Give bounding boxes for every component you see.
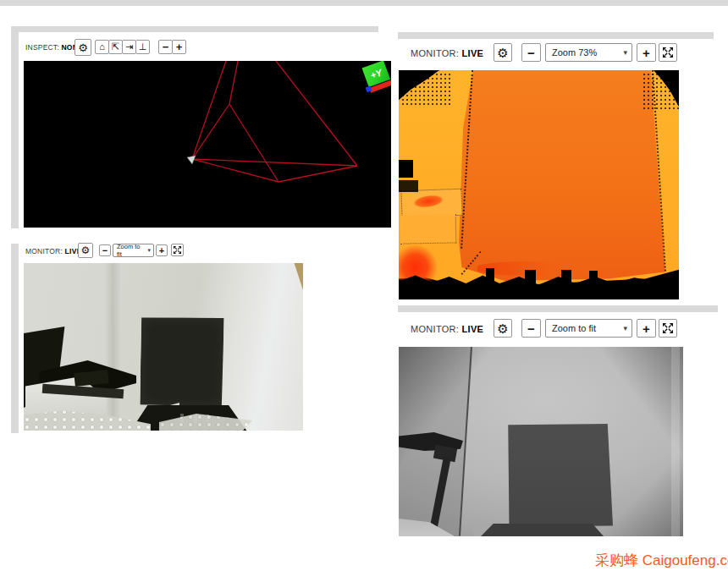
black-target-board [140, 316, 223, 406]
home-view-button[interactable]: ⌂ [95, 40, 109, 54]
fullscreen-button[interactable] [171, 244, 184, 256]
plus-icon: + [176, 41, 183, 52]
fullscreen-icon [174, 246, 181, 254]
inspect-label-prefix: INSPECT: [25, 43, 59, 52]
chevron-down-icon: ▾ [623, 324, 627, 332]
depth-corner-speckle [643, 73, 679, 109]
viewport-3d[interactable]: +Y [24, 61, 391, 228]
depth-floor-bump [589, 271, 598, 283]
zoom-select-value: Zoom 73% [552, 47, 597, 58]
zoom-select-value: Zoom to fit [117, 243, 144, 258]
black-target-board [507, 424, 613, 528]
arrow-to-bar-icon: ⇥ [125, 42, 133, 52]
gear-icon: ⚙ [81, 245, 91, 255]
color-monitor-panel: MONITOR: LIVE ⚙ − Zoom to fit ▾ + [19, 239, 394, 436]
depth-hole [399, 180, 418, 192]
wall-crease [105, 263, 122, 431]
monitor-label: MONITOR: LIVE [25, 247, 82, 255]
depth-hole [399, 160, 413, 178]
inspect-panel-top-border [11, 26, 378, 32]
gear-icon: ⚙ [497, 322, 508, 335]
minus-icon: − [527, 47, 535, 59]
minus-icon: − [163, 41, 169, 52]
zoom-out-button[interactable]: − [521, 319, 541, 338]
zoom-select[interactable]: Zoom to fit ▾ [113, 244, 154, 257]
zoom-select[interactable]: Zoom to fit ▾ [545, 319, 632, 338]
camera-frustum-wireframe [24, 61, 391, 228]
depth-floor-bump [561, 270, 571, 283]
monitor-label-value: LIVE [462, 324, 484, 334]
monitor-label-prefix: MONITOR: [411, 324, 459, 334]
gray-panel-top-border [398, 305, 718, 312]
gray-monitor-panel: MONITOR: LIVE ⚙ − Zoom to fit ▾ + [398, 312, 707, 582]
zoom-out-button[interactable]: − [99, 244, 111, 256]
depth-corner-speckle [401, 73, 452, 105]
monitor-label-prefix: MONITOR: [25, 247, 63, 255]
color-panel-left-border [11, 244, 19, 433]
settings-button[interactable]: ⚙ [494, 319, 512, 338]
plus-icon: + [643, 322, 650, 335]
zoom-out-button[interactable]: − [158, 40, 173, 54]
watermark: 采购蜂 Caigoufeng.com [595, 551, 728, 570]
watermark-en: Caigoufeng.com [643, 552, 728, 568]
zoom-select[interactable]: Zoom 73% ▾ [545, 43, 632, 62]
zoom-select-value: Zoom to fit [552, 323, 596, 333]
align-bottom-view-button[interactable]: ⊥ [135, 40, 150, 54]
color-camera-view[interactable] [24, 263, 303, 431]
home-icon: ⌂ [99, 42, 105, 52]
settings-button[interactable]: ⚙ [494, 43, 512, 62]
board-stand [481, 524, 606, 536]
zoom-out-button[interactable]: − [521, 43, 541, 62]
depth-panel-top-border [398, 32, 714, 39]
gear-icon: ⚙ [78, 42, 88, 53]
monitor-label-prefix: MONITOR: [411, 48, 459, 58]
fullscreen-icon [663, 47, 673, 58]
minus-icon: − [527, 322, 535, 335]
depth-map-view[interactable] [399, 70, 679, 299]
depth-red-smear [477, 261, 601, 275]
fit-view-button[interactable]: ⇱ [108, 40, 123, 54]
gray-camera-view[interactable] [399, 347, 683, 536]
app-canvas: INSPECT: NONE ⚙ ⌂ ⇱ ⇥ ⊥ − + [0, 0, 728, 582]
page-top-strip [0, 0, 728, 6]
zoom-in-button[interactable]: + [637, 43, 656, 62]
plus-icon: + [159, 246, 164, 255]
watermark-cn: 采购蜂 [595, 552, 638, 568]
cardboard-corner [291, 263, 303, 290]
settings-button[interactable]: ⚙ [74, 39, 91, 56]
right-light-edge [671, 347, 680, 536]
settings-button[interactable]: ⚙ [78, 243, 93, 258]
monitor-label: MONITOR: LIVE [411, 48, 483, 58]
monitor-label: MONITOR: LIVE [411, 324, 483, 334]
chevron-down-icon: ▾ [147, 247, 151, 254]
monitor-label-value: LIVE [462, 48, 484, 58]
fullscreen-icon [663, 323, 673, 333]
gizmo-axis-label: +Y [369, 67, 383, 80]
minus-icon: − [102, 246, 108, 255]
drop-to-floor-icon: ⊥ [139, 42, 147, 52]
depth-floor-bump [486, 268, 494, 282]
depth-monitor-panel: MONITOR: LIVE ⚙ − Zoom 73% ▾ + [398, 39, 707, 305]
fit-view-icon: ⇱ [112, 42, 119, 52]
plus-icon: + [643, 47, 650, 59]
gear-icon: ⚙ [497, 47, 508, 59]
fullscreen-button[interactable] [659, 319, 677, 338]
inspect-panel-left-border [11, 26, 19, 228]
zoom-in-button[interactable]: + [637, 319, 656, 338]
fullscreen-button[interactable] [659, 43, 677, 62]
align-right-view-button[interactable]: ⇥ [122, 40, 136, 54]
zoom-in-button[interactable]: + [172, 40, 186, 54]
chevron-down-icon: ▾ [623, 48, 627, 57]
inspect-panel: INSPECT: NONE ⚙ ⌂ ⇱ ⇥ ⊥ − + [19, 32, 394, 230]
depth-floor-bump [525, 270, 536, 283]
depth-box-step [400, 214, 455, 244]
zoom-in-button[interactable]: + [156, 244, 168, 256]
